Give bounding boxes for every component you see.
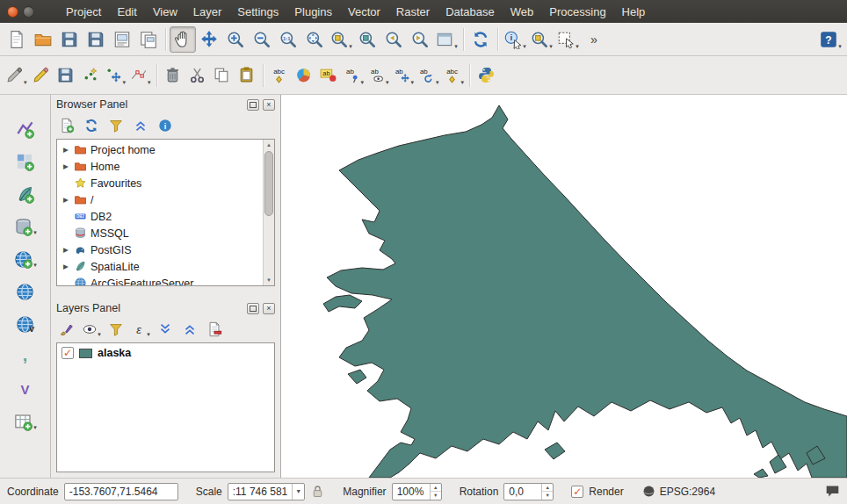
scroll-down-arrow-icon[interactable]: ▼	[264, 275, 274, 285]
zoom-full-button[interactable]	[301, 26, 328, 53]
expand-arrow-icon[interactable]: ▶	[62, 162, 70, 170]
spin-down-icon[interactable]: ▼	[542, 492, 553, 500]
coordinate-input[interactable]: -153.7607,71.5464	[64, 483, 178, 500]
menu-view[interactable]: View	[145, 2, 185, 22]
map-canvas[interactable]	[281, 95, 847, 478]
add-vector-layer-button[interactable]	[6, 118, 45, 140]
menu-help[interactable]: Help	[614, 2, 654, 22]
zoom-to-layer-button[interactable]	[354, 26, 380, 53]
browser-properties-button[interactable]	[155, 115, 176, 136]
menu-vector[interactable]: Vector	[340, 2, 388, 22]
menu-processing[interactable]: Processing	[541, 2, 613, 22]
move-feature-button[interactable]: ▾	[103, 62, 128, 89]
pan-map-button[interactable]	[170, 26, 196, 53]
panel-close-button[interactable]: ×	[263, 99, 275, 111]
expand-arrow-icon[interactable]: ▶	[62, 146, 70, 154]
refresh-button[interactable]	[467, 26, 494, 53]
python-console-button[interactable]	[474, 62, 498, 89]
menu-edit[interactable]: Edit	[109, 2, 144, 22]
tree-item-root[interactable]: ▶ /	[57, 191, 263, 208]
render-checkbox[interactable]	[571, 486, 583, 498]
tree-item-postgis[interactable]: ▶ PostGIS	[57, 241, 263, 258]
add-selected-layers-button[interactable]	[56, 115, 77, 136]
expression-filter-button[interactable]: ▾	[130, 319, 151, 340]
magnifier-spinbox[interactable]: 100% ▲▼	[392, 483, 442, 500]
delete-selected-button[interactable]	[161, 62, 185, 89]
add-wfs-layer-button[interactable]	[6, 313, 45, 335]
add-delimited-text-button[interactable]	[6, 345, 45, 368]
identify-features-button[interactable]: ▾	[502, 26, 528, 53]
panel-float-button[interactable]	[247, 99, 259, 111]
layer-item-alaska[interactable]: alaska	[57, 343, 274, 363]
lock-icon[interactable]	[310, 484, 325, 499]
expand-arrow-icon[interactable]: ▶	[62, 263, 70, 270]
menu-project[interactable]: Project	[58, 2, 109, 22]
select-features-button[interactable]: ▾	[554, 26, 581, 53]
tree-item-arcgisfeatureserver[interactable]: ▶ ArcGisFeatureServer	[57, 275, 263, 286]
add-raster-layer-button[interactable]	[6, 150, 45, 173]
spin-up-icon[interactable]: ▲	[431, 484, 441, 493]
expand-arrow-icon[interactable]: ▶	[62, 246, 70, 254]
scrollbar-thumb[interactable]	[264, 151, 273, 216]
tree-item-home[interactable]: ▶ Home	[57, 158, 263, 175]
menu-settings[interactable]: Settings	[229, 2, 286, 22]
collapse-all-layers-button[interactable]	[179, 319, 200, 340]
filter-browser-button[interactable]	[105, 115, 127, 136]
paste-features-button[interactable]	[235, 62, 259, 89]
add-wms-layer-button[interactable]	[6, 280, 45, 303]
layer-labeling-button[interactable]	[267, 62, 292, 89]
new-shapefile-button[interactable]: ▾	[6, 410, 45, 433]
browser-scrollbar[interactable]: ▲ ▼	[263, 140, 274, 285]
messages-bubble-icon[interactable]	[825, 484, 840, 499]
scroll-up-arrow-icon[interactable]: ▲	[264, 140, 274, 150]
add-feature-button[interactable]	[78, 62, 103, 89]
zoom-out-button[interactable]	[249, 26, 275, 53]
pan-to-selection-button[interactable]	[196, 26, 222, 53]
tree-item-mssql[interactable]: ▶ MSSQL	[57, 225, 263, 241]
save-project-as-button[interactable]	[83, 26, 109, 53]
move-label-button[interactable]: ▾	[391, 62, 416, 89]
current-edits-button[interactable]: ▾	[4, 62, 29, 89]
spin-buttons[interactable]: ▲▼	[541, 484, 553, 500]
filter-legend-button[interactable]	[105, 319, 127, 340]
combo-caret-icon[interactable]: ▼	[292, 484, 304, 500]
spin-up-icon[interactable]: ▲	[542, 484, 553, 493]
collapse-all-button[interactable]	[130, 115, 151, 136]
zoom-native-button[interactable]	[275, 26, 301, 53]
spin-buttons[interactable]: ▲▼	[430, 484, 441, 500]
rotation-spinbox[interactable]: 0,0 ▲▼	[503, 483, 554, 500]
save-project-button[interactable]	[56, 26, 83, 53]
scale-combo[interactable]: :11 746 581 ▼	[228, 483, 306, 500]
change-label-button[interactable]: ▾	[441, 62, 467, 89]
new-print-layout-button[interactable]	[109, 26, 135, 53]
panel-close-button[interactable]: ×	[263, 303, 275, 314]
new-project-button[interactable]	[4, 26, 30, 53]
show-hide-labels-button[interactable]: ▾	[366, 62, 391, 89]
save-layer-edits-button[interactable]	[54, 62, 78, 89]
add-web-layer-button[interactable]: ▾	[6, 248, 45, 270]
menu-plugins[interactable]: Plugins	[286, 2, 340, 22]
map-tips-button[interactable]	[292, 62, 316, 89]
layer-diagram-button[interactable]	[316, 62, 341, 89]
measure-button[interactable]: ▾	[528, 26, 554, 53]
pin-labels-button[interactable]: ▾	[341, 62, 366, 89]
menu-web[interactable]: Web	[503, 2, 542, 22]
zoom-last-button[interactable]	[380, 26, 407, 53]
toggle-editing-button[interactable]	[29, 62, 54, 89]
cut-features-button[interactable]	[185, 62, 210, 89]
layer-styling-button[interactable]	[56, 319, 77, 340]
layer-visibility-checkbox[interactable]	[62, 347, 74, 359]
menu-database[interactable]: Database	[438, 2, 503, 22]
crs-status-button[interactable]: EPSG:2964	[641, 484, 715, 499]
copy-features-button[interactable]	[210, 62, 235, 89]
expand-arrow-icon[interactable]: ▶	[62, 196, 70, 204]
window-close-button[interactable]	[7, 6, 18, 18]
new-map-view-button[interactable]: ▾	[433, 26, 460, 53]
tree-item-spatialite[interactable]: ▶ SpatiaLite	[57, 258, 263, 275]
tree-item-db2[interactable]: ▶ DB2	[57, 208, 263, 225]
open-project-button[interactable]	[30, 26, 56, 53]
remove-layer-button[interactable]	[204, 319, 225, 340]
spin-down-icon[interactable]: ▼	[431, 492, 441, 500]
vertex-tool-button[interactable]: ▾	[127, 62, 153, 89]
zoom-next-button[interactable]	[407, 26, 433, 53]
